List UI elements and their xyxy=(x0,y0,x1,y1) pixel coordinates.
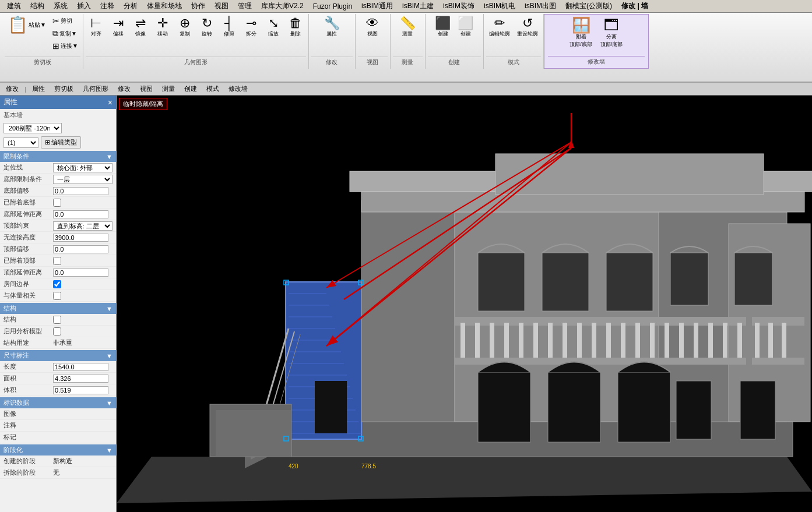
ribbon-btn-offset[interactable]: ⇥ 偏移 xyxy=(108,15,129,40)
menu-item-系统[interactable]: 系统 xyxy=(49,0,72,12)
instance-num-row: (1) ⊞ 编辑类型 xyxy=(0,135,116,150)
svg-rect-51 xyxy=(782,323,786,358)
prop-top-extension: 顶部延伸距离 xyxy=(0,267,116,278)
measure-icon: 📏 xyxy=(400,17,416,30)
svg-rect-60 xyxy=(618,372,670,442)
ribbon-btn-copy2[interactable]: ⊕ 复制 xyxy=(174,15,195,40)
menu-item-注释[interactable]: 注释 xyxy=(96,0,119,12)
location-line-select[interactable]: 核心面: 外部 xyxy=(53,163,113,172)
section-structure[interactable]: 结构 ▼ xyxy=(0,303,116,314)
instance-count-select[interactable]: (1) xyxy=(3,137,38,148)
wall-type-dropdown[interactable]: 208别墅 -120mm xyxy=(3,123,62,133)
ribbon-btn-properties[interactable]: 🔧 属性 xyxy=(321,15,343,40)
svg-rect-55 xyxy=(606,253,653,311)
quick-bar-mode[interactable]: 模式 xyxy=(203,84,223,94)
quick-bar-create[interactable]: 创建 xyxy=(181,84,201,94)
align-icon: ⊢ xyxy=(90,17,101,30)
ribbon-group-create: ⬛ 创建 ⬜ 创建 创建 xyxy=(426,14,484,69)
ribbon-btn-attach-top[interactable]: 🪟 附着顶部/底部 xyxy=(567,16,595,50)
mass-related-checkbox[interactable] xyxy=(53,292,61,300)
ribbon-btn-paste[interactable]: 📋 粘贴▼ xyxy=(5,15,49,35)
base-constraint-select[interactable]: 一层 xyxy=(53,175,113,184)
menu-item-修改墙[interactable]: 修改 | 墙 xyxy=(617,0,653,12)
ribbon-btn-split[interactable]: ⊸ 拆分 xyxy=(241,15,262,40)
quick-bar-geometry[interactable]: 几何图形 xyxy=(79,84,112,94)
menu-item-管理[interactable]: 管理 xyxy=(233,0,256,12)
menu-item-翻模宝[interactable]: 翻模宝(公测版) xyxy=(561,0,617,12)
menu-item-isbim装饰[interactable]: isBIM装饰 xyxy=(438,0,479,12)
section-phasing[interactable]: 阶段化 ▼ xyxy=(0,444,116,455)
quick-bar-clipboard[interactable]: 剪切板 xyxy=(51,84,77,94)
section-dimensions[interactable]: 尺寸标注 ▼ xyxy=(0,350,116,361)
unconnected-height-input[interactable] xyxy=(53,234,108,242)
attach-top-icon: 🪟 xyxy=(572,17,590,33)
ribbon-btn-view[interactable]: 👁 视图 xyxy=(362,15,383,40)
ribbon-group-modify-wall: 🪟 附着顶部/底部 🗔 分离顶部/底部 修改墙 xyxy=(544,14,649,69)
edit-type-button[interactable]: ⊞ 编辑类型 xyxy=(41,136,81,149)
prop-phase-created: 创建的阶段 新构造 xyxy=(0,455,116,467)
quick-bar-properties[interactable]: 属性 xyxy=(29,84,48,94)
svg-rect-58 xyxy=(478,372,530,442)
quick-bar-view[interactable]: 视图 xyxy=(136,84,156,94)
base-extension-input[interactable] xyxy=(53,210,108,218)
quick-bar-measure[interactable]: 测量 xyxy=(159,84,178,94)
svg-rect-18 xyxy=(361,200,455,422)
top-extension-input[interactable] xyxy=(53,269,108,277)
attached-base-checkbox[interactable] xyxy=(53,199,61,207)
ribbon-btn-move[interactable]: ✛ 移动 xyxy=(152,15,173,40)
ribbon-btn-copy[interactable]: ⧉ 复制▼ xyxy=(50,27,80,40)
menu-item-协作[interactable]: 协作 xyxy=(187,0,210,12)
menu-item-库库大师[interactable]: 库库大师V2.2 xyxy=(256,0,308,12)
menu-item-建筑[interactable]: 建筑 xyxy=(2,0,26,12)
ribbon-btn-edit-profile[interactable]: ✏ 编辑轮廓 xyxy=(486,15,513,40)
ribbon-btn-mirror[interactable]: ⇌ 镜像 xyxy=(130,15,151,40)
menu-item-分析[interactable]: 分析 xyxy=(119,0,142,12)
viewport[interactable]: 临时隐藏/隔离 xyxy=(117,96,812,512)
base-offset-input[interactable] xyxy=(53,187,108,195)
quick-access-bar: 修改 | 属性 剪切板 几何图形 修改 视图 测量 创建 模式 修改墙 xyxy=(0,83,812,96)
room-boundary-checkbox[interactable] xyxy=(53,280,61,288)
top-constraint-select[interactable]: 直到标高: 二层 xyxy=(53,221,113,231)
menu-item-插入[interactable]: 插入 xyxy=(72,0,96,12)
ribbon-btn-reset-profile[interactable]: ↺ 重设轮廓 xyxy=(514,15,541,40)
svg-rect-44 xyxy=(708,323,713,358)
menu-item-视图[interactable]: 视图 xyxy=(210,0,233,12)
svg-rect-61 xyxy=(676,381,711,439)
ribbon-btn-delete[interactable]: 🗑 删除 xyxy=(285,15,306,40)
menu-item-isbim机电[interactable]: isBIM机电 xyxy=(479,0,520,12)
cut-icon: ✂ xyxy=(52,16,59,26)
svg-rect-34 xyxy=(563,323,567,358)
ribbon-btn-create[interactable]: ⬛ 创建 xyxy=(432,15,454,40)
menu-item-体量和场地[interactable]: 体量和场地 xyxy=(142,0,187,12)
quick-bar-modify2[interactable]: 修改 xyxy=(114,84,134,94)
section-constraints[interactable]: 限制条件 ▼ xyxy=(0,151,116,162)
menu-item-isbim土建[interactable]: isBIM土建 xyxy=(398,0,438,12)
section-identity[interactable]: 标识数据 ▼ xyxy=(0,397,116,408)
prop-base-extension: 底部延伸距离 xyxy=(0,209,116,220)
area-input[interactable] xyxy=(53,375,108,383)
top-offset-input[interactable] xyxy=(53,245,108,253)
attached-top-checkbox[interactable] xyxy=(53,257,61,265)
structural-checkbox[interactable] xyxy=(53,316,61,324)
menu-item-fuzor[interactable]: Fuzor Plugin xyxy=(308,1,357,12)
ribbon-btn-align[interactable]: ⊢ 对齐 xyxy=(86,15,107,40)
menu-item-isbim通用[interactable]: isBIM通用 xyxy=(357,0,398,12)
ribbon-btn-trim[interactable]: ┤ 修剪 xyxy=(219,15,240,40)
length-input[interactable] xyxy=(53,363,108,371)
menu-item-isbim出图[interactable]: isBIM出图 xyxy=(520,0,561,12)
volume-input[interactable] xyxy=(53,386,108,394)
ribbon-btn-connect[interactable]: ⊞ 连接▼ xyxy=(50,40,80,52)
quick-bar-modify[interactable]: 修改 xyxy=(2,84,22,94)
ribbon-btn-scale[interactable]: ⤡ 缩放 xyxy=(263,15,284,40)
close-properties-button[interactable]: × xyxy=(108,98,113,107)
ribbon-btn-create2[interactable]: ⬜ 创建 xyxy=(455,15,476,40)
ribbon-btn-rotate[interactable]: ↻ 旋转 xyxy=(196,15,217,40)
enable-analysis-checkbox[interactable] xyxy=(53,327,61,336)
offset-icon: ⇥ xyxy=(113,17,124,30)
ribbon-btn-detach-top[interactable]: 🗔 分离顶部/底部 xyxy=(597,16,626,50)
svg-rect-53 xyxy=(478,253,525,311)
ribbon-btn-cut[interactable]: ✂ 剪切 xyxy=(50,15,80,27)
menu-item-结构[interactable]: 结构 xyxy=(26,0,49,12)
ribbon-btn-measure[interactable]: 📏 测量 xyxy=(397,15,419,40)
quick-bar-modifywall[interactable]: 修改墙 xyxy=(225,84,251,94)
